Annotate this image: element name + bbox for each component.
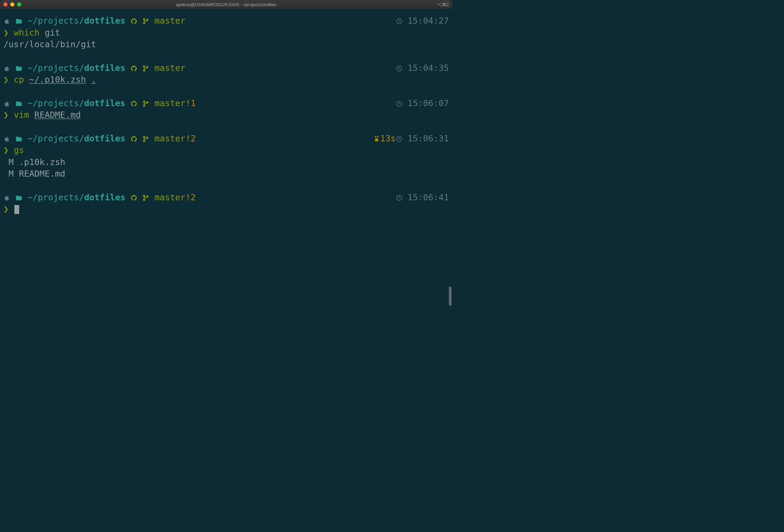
- maximize-button[interactable]: [17, 2, 21, 7]
- command-segment: ~/.p10k.zsh: [29, 75, 86, 85]
- branch-icon: [142, 192, 149, 204]
- window-shortcut: ⌥⌘2: [437, 2, 449, 7]
- output-line: /usr/local/bin/git: [3, 39, 449, 51]
- path-prefix: ~/projects/: [27, 15, 84, 27]
- command-segment: vim: [14, 110, 29, 120]
- prompt-char: ❯: [3, 28, 9, 38]
- git-branch: master: [154, 192, 185, 204]
- svg-point-18: [147, 195, 148, 197]
- github-icon: [130, 192, 137, 204]
- command-segment: [29, 110, 34, 120]
- scrollbar[interactable]: [449, 287, 452, 306]
- path-prefix: ~/projects/: [27, 192, 84, 204]
- timestamp: 15:04:35: [408, 62, 449, 74]
- folder-icon: [15, 133, 22, 145]
- spacer: [3, 51, 449, 62]
- svg-point-14: [147, 137, 148, 138]
- apple-icon: [3, 133, 10, 145]
- prompt-line: ~/projects/dotfiles master !2 15:06:41: [3, 192, 449, 204]
- prompt-char: ❯: [3, 204, 9, 214]
- clock-icon: [396, 62, 403, 74]
- svg-point-10: [147, 101, 148, 103]
- path-current: dotfiles: [84, 192, 125, 204]
- prompt-char: ❯: [3, 145, 9, 155]
- cursor: [14, 205, 19, 214]
- command-segment: which: [14, 28, 39, 38]
- clock-icon: [396, 133, 403, 145]
- svg-point-6: [147, 66, 148, 67]
- folder-icon: [15, 98, 22, 110]
- command-segment: README.md: [34, 110, 80, 120]
- svg-point-0: [143, 18, 145, 20]
- output-line: M README.md: [3, 168, 449, 180]
- clock-icon: [396, 15, 403, 27]
- svg-point-12: [143, 136, 145, 138]
- svg-point-1: [143, 23, 145, 24]
- command-line[interactable]: ❯: [3, 203, 449, 215]
- apple-icon: [3, 98, 10, 110]
- svg-point-16: [143, 195, 145, 197]
- git-status: !2: [186, 192, 196, 204]
- command-segment: gs: [14, 145, 24, 155]
- command-segment: git: [39, 28, 60, 38]
- duration: 13s: [380, 133, 395, 145]
- svg-point-2: [147, 19, 148, 21]
- clock-icon: [396, 192, 403, 204]
- path-prefix: ~/projects/: [27, 98, 84, 110]
- git-branch: master: [154, 133, 185, 145]
- svg-point-9: [143, 105, 145, 106]
- command-segment: [86, 75, 91, 85]
- prompt-line: ~/projects/dotfiles master !2 13s 15:06:…: [3, 133, 449, 145]
- path-current: dotfiles: [84, 133, 125, 145]
- svg-point-13: [143, 140, 145, 141]
- timestamp: 15:06:41: [408, 192, 449, 204]
- minimize-button[interactable]: [10, 2, 14, 7]
- output-line: M .p10k.zsh: [3, 156, 449, 168]
- terminal-content[interactable]: ~/projects/dotfiles master 15:04:27❯ whi…: [0, 9, 452, 307]
- timestamp: 15:06:07: [408, 98, 449, 110]
- prompt-char: ❯: [3, 110, 9, 120]
- git-branch: master: [154, 98, 185, 110]
- prompt-line: ~/projects/dotfiles master !1 15:06:07: [3, 98, 449, 110]
- github-icon: [130, 62, 137, 74]
- apple-icon: [3, 15, 10, 27]
- svg-point-17: [143, 199, 145, 200]
- folder-icon: [15, 192, 22, 204]
- close-button[interactable]: [3, 2, 8, 7]
- timestamp: 15:04:27: [408, 15, 449, 27]
- prompt-char: ❯: [3, 75, 9, 85]
- command-line[interactable]: ❯ gs: [3, 144, 449, 156]
- terminal-window: spetros@US4GMRO012PJGH5: ~/projects/dotf…: [0, 0, 452, 307]
- command-line[interactable]: ❯ vim README.md: [3, 109, 449, 121]
- github-icon: [130, 15, 137, 27]
- titlebar[interactable]: spetros@US4GMRO012PJGH5: ~/projects/dotf…: [0, 0, 452, 9]
- git-status: !2: [186, 133, 196, 145]
- path-current: dotfiles: [84, 98, 125, 110]
- branch-icon: [142, 62, 149, 74]
- git-status: !1: [186, 98, 196, 110]
- command-line[interactable]: ❯ which git: [3, 27, 449, 39]
- clock-icon: [396, 98, 403, 110]
- svg-point-4: [143, 66, 145, 67]
- window-title: spetros@US4GMRO012PJGH5: ~/projects/dotf…: [176, 2, 277, 7]
- command-line[interactable]: ❯ cp ~/.p10k.zsh .: [3, 74, 449, 86]
- folder-icon: [15, 62, 22, 74]
- spacer: [3, 180, 449, 192]
- folder-icon: [15, 15, 22, 27]
- hourglass-icon: [373, 133, 380, 145]
- apple-icon: [3, 192, 10, 204]
- path-current: dotfiles: [84, 62, 125, 74]
- path-current: dotfiles: [84, 15, 125, 27]
- git-branch: master: [154, 15, 185, 27]
- spacer: [3, 86, 449, 98]
- github-icon: [130, 98, 137, 110]
- prompt-line: ~/projects/dotfiles master 15:04:27: [3, 15, 449, 27]
- prompt-line: ~/projects/dotfiles master 15:04:35: [3, 62, 449, 74]
- command-segment: [24, 75, 29, 85]
- branch-icon: [142, 15, 149, 27]
- path-prefix: ~/projects/: [27, 62, 84, 74]
- github-icon: [130, 133, 137, 145]
- command-segment: cp: [14, 75, 24, 85]
- command-segment: .: [91, 75, 96, 85]
- svg-point-8: [143, 101, 145, 102]
